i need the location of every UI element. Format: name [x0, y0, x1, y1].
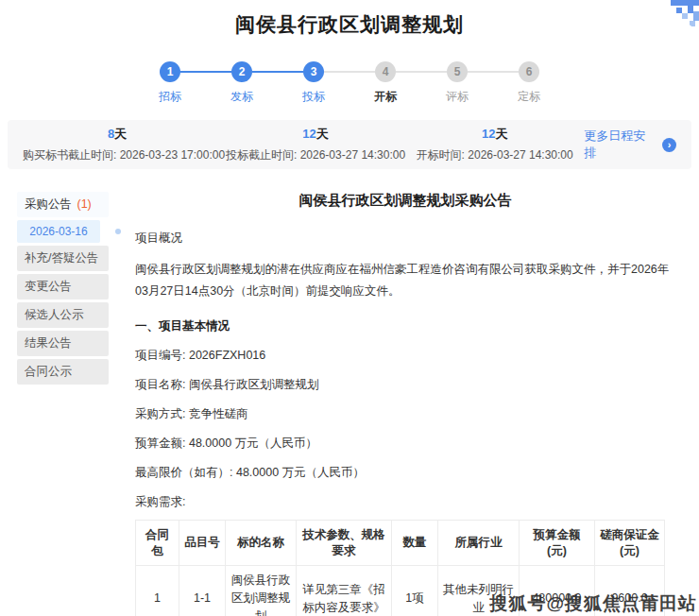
deadline-text: 开标时间: 2026-03-27 14:30:00	[405, 147, 584, 163]
days-remaining: 12天	[405, 126, 584, 143]
step-5-circle: 5	[447, 61, 468, 82]
step-4-circle: 4	[375, 61, 396, 82]
schedule-bar: 8天 购买标书截止时间: 2026-03-23 17:00:00 12天 投标截…	[8, 120, 691, 169]
days-remaining: 8天	[23, 126, 212, 143]
deadline-text: 投标截止时间: 2026-03-27 14:30:00	[226, 147, 405, 163]
step-3-label: 投标	[302, 89, 325, 105]
cell-tech-specs: 详见第三章《招标内容及要求》	[297, 566, 392, 616]
sidebar-item-result-announcement[interactable]: 结果公告	[17, 331, 109, 356]
col-quantity: 数量	[392, 521, 438, 566]
sidebar-item-label: 变更公告	[25, 280, 72, 293]
col-tech-specs: 技术参数、规格要求	[297, 521, 392, 566]
sidebar-item-label: 补充/答疑公告	[25, 251, 98, 265]
step-6-label: 定标	[518, 89, 540, 105]
field-procurement-method: 采购方式: 竞争性磋商	[135, 406, 675, 422]
step-evaluation: 5 评标	[421, 61, 493, 105]
more-schedule-link[interactable]: 更多日程安排 ›	[584, 128, 676, 162]
field-project-number: 项目编号: 2026FZXH016	[135, 348, 675, 364]
schedule-opening-time: 12天 开标时间: 2026-03-27 14:30:00	[405, 126, 584, 163]
announcement-title: 闽侯县行政区划调整规划采购公告	[135, 192, 675, 210]
cell-contract-package: 1	[136, 566, 179, 616]
sidebar-item-supplement-qa[interactable]: 补充/答疑公告	[17, 246, 109, 271]
sidebar-item-label: 结果公告	[25, 336, 72, 350]
sidebar-date-label: 2026-03-16	[29, 225, 87, 238]
step-2-circle: 2	[231, 61, 252, 82]
field-procurement-demand: 采购需求:	[135, 494, 675, 510]
more-schedule-label: 更多日程安排	[584, 128, 657, 162]
schedule-bid-deadline: 12天 投标截止时间: 2026-03-27 14:30:00	[226, 126, 405, 163]
cell-quantity: 1项	[392, 566, 438, 616]
sidebar-item-label: 候选人公示	[25, 308, 84, 321]
procurement-announcement-page: 闽侯县行政区划调整规划 1 招标 2 发标 3 投标 4 开标 5 评标 6 定…	[0, 0, 699, 616]
step-award: 6 定标	[493, 61, 565, 105]
col-deposit: 磋商保证金 (元)	[595, 521, 665, 566]
progress-stepper: 1 招标 2 发标 3 投标 4 开标 5 评标 6 定标	[0, 61, 699, 105]
active-date-dot-icon	[115, 229, 121, 234]
step-5-label: 评标	[446, 89, 469, 105]
step-6-circle: 6	[519, 61, 539, 82]
table-header-row: 合同包 品目号 标的名称 技术参数、规格要求 数量 所属行业 预算金额 (元) …	[136, 521, 665, 566]
step-1-label: 招标	[159, 89, 181, 105]
announcement-count-badge: (1)	[77, 197, 91, 211]
schedule-purchase-deadline: 8天 购买标书截止时间: 2026-03-23 17:00:00	[23, 126, 212, 163]
qr-code-corner-logo	[657, 0, 699, 32]
col-item-number: 品目号	[179, 521, 226, 566]
step-1-circle: 1	[160, 61, 180, 82]
sidebar-item-change-announcement[interactable]: 变更公告	[17, 274, 109, 299]
cell-item-number: 1-1	[179, 566, 226, 616]
sidebar-item-procurement-announcement[interactable]: 采购公告 (1)	[17, 192, 109, 217]
col-subject-name: 标的名称	[226, 521, 297, 566]
step-4-label: 开标	[374, 89, 397, 105]
arrow-right-icon: ›	[662, 138, 676, 152]
deadline-text: 购买标书截止时间: 2026-03-23 17:00:00	[23, 147, 212, 163]
days-remaining: 12天	[226, 126, 405, 143]
page-title: 闽侯县行政区划调整规划	[0, 0, 699, 38]
sidebar-item-candidate-publicity[interactable]: 候选人公示	[17, 302, 109, 328]
col-contract-package: 合同包	[136, 521, 179, 566]
step-submit: 3 投标	[278, 61, 350, 105]
sidebar-item-label: 合同公示	[25, 365, 72, 378]
field-project-name: 项目名称: 闽侯县行政区划调整规划	[135, 377, 675, 393]
sidebar-item-contract-publicity[interactable]: 合同公示	[17, 359, 109, 385]
field-budget-amount: 预算金额: 48.0000 万元（人民币）	[135, 436, 675, 452]
sidebar-item-label: 采购公告	[25, 197, 72, 211]
announcement-body: 闽侯县行政区划调整规划采购公告 项目概况 闽侯县行政区划调整规划的潜在供应商应在…	[135, 192, 675, 616]
col-industry: 所属行业	[438, 521, 520, 566]
step-opening: 4 开标	[350, 61, 421, 105]
cell-subject-name: 闽侯县行政区划调整规划	[226, 566, 297, 616]
step-3-circle: 3	[303, 61, 324, 82]
sohu-watermark: 搜狐号@搜狐焦点莆田站	[489, 591, 697, 616]
overview-heading: 项目概况	[135, 231, 675, 247]
step-bidding: 1 招标	[134, 61, 206, 105]
overview-paragraph: 闽侯县行政区划调整规划的潜在供应商应在福州信豪工程造价咨询有限公司获取采购文件，…	[135, 259, 675, 302]
section-heading-basic-info: 一、项目基本情况	[135, 318, 675, 334]
sidebar-date-item[interactable]: 2026-03-16	[17, 220, 100, 243]
field-max-price: 最高限价（如有）: 48.0000 万元（人民币）	[135, 465, 675, 481]
step-2-label: 发标	[230, 89, 253, 105]
step-issue: 2 发标	[206, 61, 278, 105]
col-budget: 预算金额 (元)	[520, 521, 595, 566]
announcement-sidebar: 采购公告 (1) 2026-03-16 补充/答疑公告 变更公告 候选人公示 结…	[17, 192, 109, 387]
